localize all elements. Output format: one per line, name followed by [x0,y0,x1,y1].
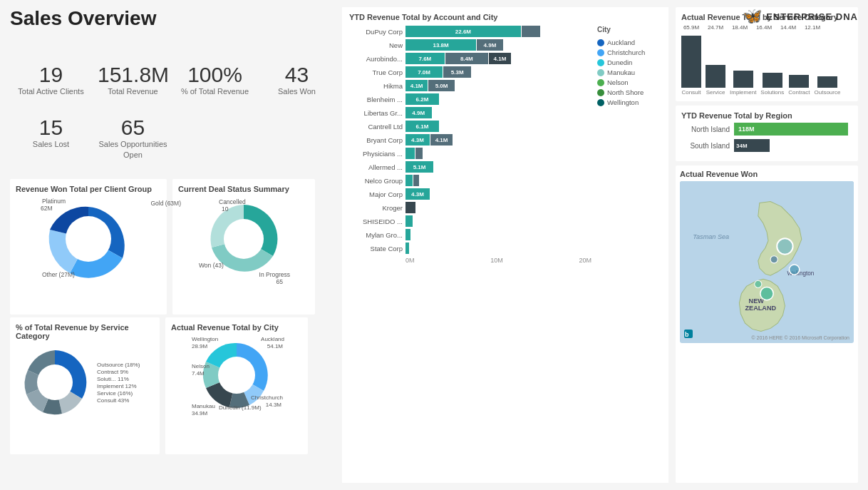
city-revenue-title: Actual Revenue Total by City [171,323,302,332]
svg-point-0 [66,216,111,262]
svg-text:Tasman Sea: Tasman Sea [693,233,729,240]
bing-icon: b [684,330,693,340]
charts-row1: Revenue Won Total per Client Group Gold … [10,179,338,315]
svg-point-13 [770,256,777,263]
nz-map-svg: Tasman Sea Wellington NEW ZEALAND [680,181,854,341]
kpi-sales-won: 43 Sales Won [256,60,338,113]
deal-status-svg [197,196,290,282]
map-title: Actual Revenue Won [680,170,854,178]
kpi-sales-lost: 15 Sales Lost [10,113,92,176]
ytd-bar-section: YTD Revenue Total by Account and City Du… [342,7,668,483]
charts-row2: % of Total Revenue by Service Category [10,317,338,454]
pct-service-svg [16,343,94,422]
svg-point-11 [760,287,773,300]
city-legend: City Auckland Christchurch Dunedin Manuk… [597,26,661,264]
kpi-label-pct: % of Total Revenue [180,86,250,96]
kpi-active-clients: 19 Total Active Clients [10,60,92,113]
city-legend-title: City [597,26,661,34]
svg-point-9 [777,238,792,254]
map-section: Actual Revenue Won Tasman Sea Wel [676,165,858,483]
kpi-value-pct: 100% [180,63,250,86]
svg-text:ZEALAND: ZEALAND [745,305,777,312]
kpi-section: 19 Total Active Clients 151.8M Total Rev… [10,60,338,176]
city-revenue-donut: Actual Revenue Total by City [165,317,308,454]
kpi-label-lost: Sales Lost [16,139,86,149]
revenue-won-svg [38,196,138,282]
kpi-total-revenue: 151.8M Total Revenue [92,60,174,113]
logo-area: 🦋 ENTERPRISE DNA [743,7,858,26]
dashboard: Sales Overview 🦋 ENTERPRISE DNA 19 Total… [0,0,868,490]
svg-text:b: b [685,331,689,338]
logo-icon: 🦋 [743,7,762,26]
kpi-label-clients: Total Active Clients [16,86,86,96]
deal-status-donut: Current Deal Status Summary Cancelled 10… [172,179,315,315]
page-title: Sales Overview [10,7,338,30]
region-chart: YTD Revenue Total by Region North Island… [676,106,858,161]
pct-service-title: % of Total Revenue by Service Category [16,323,154,340]
svg-point-3 [218,357,255,394]
kpi-value-clients: 19 [16,63,86,86]
kpi-pct-revenue: 100% % of Total Revenue [174,60,256,113]
logo-text: ENTERPRISE DNA [766,11,858,22]
map-area: Tasman Sea Wellington NEW ZEALAND [680,181,854,343]
kpi-opportunities: 65 Sales Opportunities Open [92,113,174,176]
kpi-label-opp: Sales Opportunities Open [98,139,168,160]
ytd-bar-title: YTD Revenue Total by Account and City [349,13,661,21]
svg-point-2 [37,364,73,400]
kpi-value-lost: 15 [16,116,86,139]
pct-service-donut: % of Total Revenue by Service Category [10,317,160,454]
x-axis: 0M10M20M [405,257,591,264]
svg-point-1 [224,219,264,259]
revenue-won-donut: Revenue Won Total per Client Group Gold … [10,179,167,315]
svg-point-12 [755,280,762,287]
kpi-value-opp: 65 [98,116,168,139]
bing-attribution: © 2016 HERE © 2016 Microsoft Corporation [751,335,849,340]
revenue-won-title: Revenue Won Total per Client Group [16,185,161,193]
svg-point-10 [790,265,800,275]
right-section: Actual Revenue Total by Service Category… [673,7,858,483]
kpi-label-won: Sales Won [262,86,332,96]
header-section: Sales Overview [10,7,338,60]
kpi-value-won: 43 [262,63,332,86]
kpi-label-revenue: Total Revenue [98,86,168,96]
deal-status-title: Current Deal Status Summary [178,185,309,193]
kpi-value-revenue: 151.8M [98,63,168,86]
ytd-bar-chart: DuPuy Corp22.6M New13.8M4.9M Aurobindo..… [349,26,591,264]
region-title: YTD Revenue Total by Region [681,111,852,120]
